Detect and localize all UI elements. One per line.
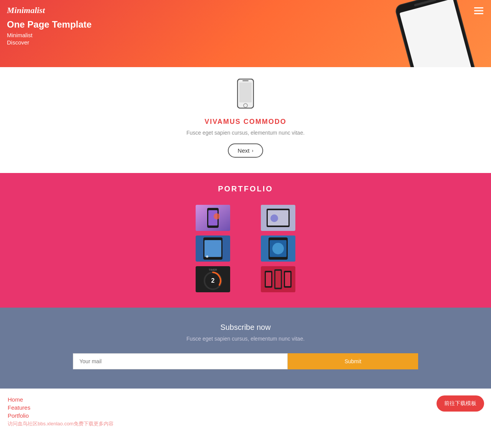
next-button[interactable]: Next › <box>228 143 264 158</box>
email-input[interactable] <box>73 353 288 369</box>
portfolio-item-2[interactable] <box>196 236 230 262</box>
header-left: Minimalist One Page Template Minimalist … <box>7 5 92 46</box>
logo: Minimalist <box>7 5 92 15</box>
svg-rect-4 <box>474 7 483 8</box>
footer-link-features[interactable]: Features <box>8 404 483 411</box>
portfolio-item-1[interactable] <box>196 205 230 231</box>
svg-text:TIMER: TIMER <box>209 268 217 271</box>
next-button-label: Next <box>238 147 250 154</box>
portfolio-item-5[interactable] <box>261 236 295 262</box>
subscribe-section: Subscribe now Fusce eget sapien cursus, … <box>0 308 491 389</box>
portfolio-item-4[interactable] <box>261 205 295 231</box>
subscribe-title: Subscribe now <box>8 323 483 332</box>
svg-rect-6 <box>474 13 483 14</box>
feature-title: VIVAMUS COMMODO <box>8 118 483 126</box>
subscribe-form: Submit <box>73 353 418 369</box>
watermark-text: 访问血鸟社区bbs.xlenlao.com免费下载更多内容 <box>8 420 483 427</box>
portfolio-item-6[interactable] <box>261 266 295 292</box>
portfolio-grid: 2 TIMER <box>8 205 483 292</box>
header: Minimalist One Page Template Minimalist … <box>0 0 491 67</box>
feature-section: VIVAMUS COMMODO Fusce eget sapien cursus… <box>0 67 491 173</box>
chevron-right-icon: › <box>252 148 253 153</box>
svg-point-14 <box>214 213 220 219</box>
svg-rect-5 <box>474 10 483 12</box>
svg-rect-35 <box>266 272 271 286</box>
portfolio-title: PORTFOLIO <box>8 184 483 193</box>
menu-button[interactable] <box>473 5 484 17</box>
svg-point-30 <box>272 243 284 254</box>
footer-link-portfolio[interactable]: Portfolio <box>8 412 483 419</box>
footer-link-home[interactable]: Home <box>8 396 483 403</box>
download-button[interactable]: 前往下载模板 <box>437 395 484 412</box>
svg-rect-36 <box>275 271 281 288</box>
page-title: One Page Template <box>7 19 92 30</box>
download-label: 前往下载模板 <box>444 400 476 406</box>
svg-point-18 <box>206 255 208 258</box>
svg-rect-8 <box>239 82 252 102</box>
discover-text: Discover <box>7 39 92 46</box>
portfolio-item-3[interactable]: 2 TIMER <box>196 266 230 292</box>
header-subtitle: Minimalist <box>7 32 92 38</box>
subscribe-description: Fusce eget sapien cursus, elementum nunc… <box>8 336 483 342</box>
svg-text:2: 2 <box>211 277 215 284</box>
footer-links: Home Features Portfolio <box>8 396 483 419</box>
portfolio-col-right <box>261 205 295 292</box>
submit-label: Submit <box>344 358 361 364</box>
phone-icon <box>237 79 254 109</box>
svg-rect-17 <box>204 240 221 257</box>
phone-hero-image <box>222 0 491 67</box>
feature-description: Fusce eget sapien cursus, elementum nunc… <box>8 130 483 136</box>
svg-point-26 <box>270 214 278 222</box>
submit-button[interactable]: Submit <box>288 353 418 369</box>
svg-rect-37 <box>285 272 290 286</box>
footer: Home Features Portfolio 访问血鸟社区bbs.xlenla… <box>0 389 491 431</box>
portfolio-section: PORTFOLIO <box>0 173 491 308</box>
svg-rect-10 <box>242 80 249 81</box>
portfolio-col-left: 2 TIMER <box>196 205 230 292</box>
